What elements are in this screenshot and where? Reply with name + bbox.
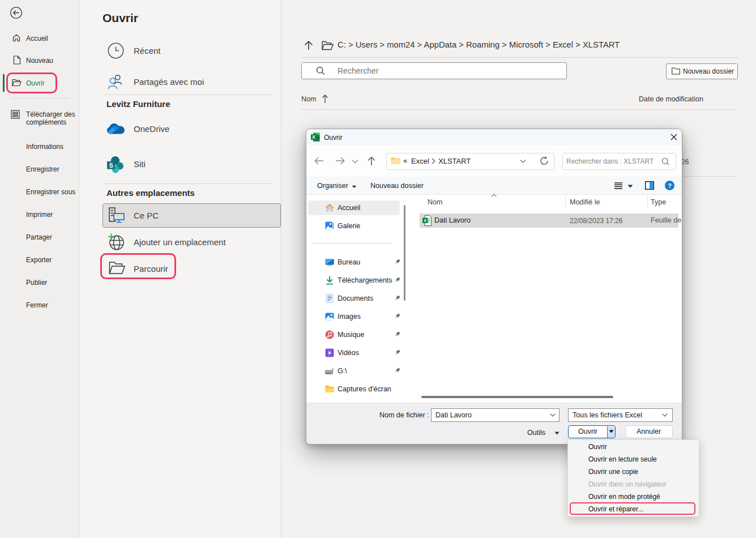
svg-text:?: ? [668, 182, 672, 189]
svg-text:X: X [312, 134, 315, 140]
svg-text:S: S [109, 162, 113, 169]
svg-text:X: X [424, 218, 426, 223]
